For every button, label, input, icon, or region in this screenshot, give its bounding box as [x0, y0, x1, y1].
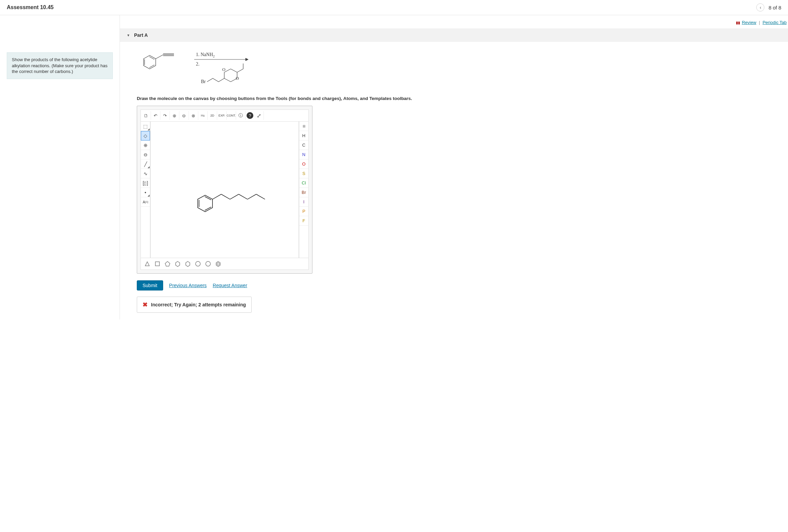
svg-line-18: [221, 194, 230, 199]
editor-atom-toolbar: ⊞ H C N O S Cl Br I P F: [299, 122, 308, 258]
action-row: Submit Previous Answers Request Answer: [137, 280, 781, 291]
heptagon-template[interactable]: [194, 260, 202, 268]
previous-answers-link[interactable]: Previous Answers: [169, 283, 207, 288]
svg-point-28: [196, 261, 200, 266]
svg-line-21: [248, 194, 256, 199]
svg-line-2: [149, 57, 154, 60]
atom-I[interactable]: I: [299, 197, 308, 207]
br-label: Br: [201, 79, 206, 84]
pentagon-template[interactable]: [164, 260, 171, 268]
sidebar: Show the products of the following acety…: [0, 15, 120, 319]
svg-line-20: [239, 194, 248, 199]
periodic-table-link[interactable]: Periodic Tab: [763, 20, 787, 25]
oxygen-label-2: O: [236, 76, 239, 81]
svg-point-29: [206, 261, 211, 266]
help-icon[interactable]: ?: [247, 112, 253, 119]
zoom-out-icon[interactable]: ⊖: [179, 111, 189, 120]
eraser-tool[interactable]: ◇: [141, 131, 150, 140]
atom-F[interactable]: F: [299, 216, 308, 225]
reagent-step2: 2.: [196, 61, 200, 66]
editor-left-toolbar: ⬚ ◇ ⊕ ⊖ ╱ ∿ [▯] • A[1]: [141, 122, 150, 258]
svg-point-31: [217, 263, 219, 265]
editor-top-toolbar: 🗋 ↶ ↷ ⊕ ⊖ ⊗ H± 2D EXP. CONT. ⓘ ? ⤢: [140, 110, 309, 121]
chain-tool[interactable]: ∿: [141, 169, 150, 178]
atom-S[interactable]: S: [299, 169, 308, 178]
atom-Br[interactable]: Br: [299, 188, 308, 197]
svg-line-4: [156, 55, 163, 59]
header-bar: Assessment 10.45 ‹ 8 of 8: [0, 0, 788, 15]
draw-instruction: Draw the molecule on the canvas by choos…: [137, 96, 781, 101]
zoom-fit-icon[interactable]: ⊗: [189, 111, 198, 120]
incorrect-icon: ✖: [142, 301, 147, 309]
radical-tool[interactable]: •: [141, 188, 150, 197]
single-bond-tool[interactable]: ╱: [141, 159, 150, 169]
undo-icon[interactable]: ↶: [151, 111, 160, 120]
info-icon[interactable]: ⓘ: [236, 111, 245, 120]
atom-O[interactable]: O: [299, 159, 308, 169]
atom-N[interactable]: N: [299, 150, 308, 159]
add-charge-tool[interactable]: ⊕: [141, 140, 150, 150]
svg-text:1. NaNH2: 1. NaNH2: [196, 52, 215, 58]
bracket-tool[interactable]: [▯]: [141, 178, 150, 188]
oxygen-label-1: O: [222, 67, 225, 72]
review-flag-icon: ▮▮: [736, 21, 740, 25]
part-header[interactable]: ▼ Part A: [120, 28, 788, 42]
redo-icon[interactable]: ↷: [160, 111, 170, 120]
atom-P[interactable]: P: [299, 207, 308, 216]
feedback-text: Incorrect; Try Again; 2 attempts remaini…: [151, 302, 246, 308]
contract-button[interactable]: CONT.: [226, 111, 236, 120]
assessment-title: Assessment 10.45: [7, 4, 54, 11]
hydrogen-toggle-button[interactable]: H±: [198, 111, 208, 120]
nav-controls: ‹ 8 of 8: [756, 3, 781, 12]
submit-button[interactable]: Submit: [137, 280, 163, 291]
editor-bottom-toolbar: [140, 258, 309, 270]
svg-marker-27: [186, 261, 190, 267]
part-label: Part A: [134, 33, 148, 38]
page-indicator: 8 of 8: [768, 5, 781, 11]
atom-H[interactable]: H: [299, 131, 308, 140]
svg-marker-13: [198, 195, 213, 212]
expand-button[interactable]: EXP.: [217, 111, 226, 120]
remove-charge-tool[interactable]: ⊖: [141, 150, 150, 159]
svg-marker-9: [245, 58, 248, 61]
svg-marker-23: [145, 262, 149, 266]
view-2d-button[interactable]: 2D: [208, 111, 217, 120]
request-answer-link[interactable]: Request Answer: [213, 283, 247, 288]
reaction-figure: 1. NaNH2 2. Br O O: [137, 48, 781, 89]
reagent-step1: 1. NaNH: [196, 52, 213, 57]
svg-line-17: [213, 194, 221, 199]
atom-Cl[interactable]: Cl: [299, 178, 308, 188]
svg-line-22: [256, 194, 265, 199]
svg-line-19: [230, 194, 239, 199]
drawing-canvas[interactable]: [150, 122, 299, 258]
svg-marker-26: [176, 261, 180, 267]
svg-marker-0: [143, 55, 156, 69]
collapse-icon: ▼: [127, 34, 130, 37]
new-document-icon[interactable]: 🗋: [141, 111, 151, 120]
prev-question-button[interactable]: ‹: [756, 3, 764, 12]
fullscreen-icon[interactable]: ⤢: [254, 111, 264, 120]
svg-rect-24: [155, 262, 159, 266]
svg-line-3: [149, 65, 154, 68]
content-area: ▮▮ Review | Periodic Tab ▼ Part A: [120, 15, 788, 319]
feedback-box: ✖ Incorrect; Try Again; 2 attempts remai…: [137, 297, 252, 313]
square-template[interactable]: [154, 260, 161, 268]
hexagon2-template[interactable]: [184, 260, 192, 268]
review-bar: ▮▮ Review | Periodic Tab: [120, 20, 788, 28]
atom-label-tool[interactable]: A[1]: [141, 197, 150, 207]
svg-marker-25: [165, 261, 170, 266]
select-tool[interactable]: ⬚: [141, 122, 150, 131]
atom-C[interactable]: C: [299, 140, 308, 150]
periodic-table-icon[interactable]: ⊞: [299, 122, 308, 131]
svg-line-11: [237, 69, 243, 72]
molecule-editor: 🗋 ↶ ↷ ⊕ ⊖ ⊗ H± 2D EXP. CONT. ⓘ ? ⤢ ⬚: [137, 106, 312, 274]
hexagon-template[interactable]: [174, 260, 181, 268]
benzene-template[interactable]: [215, 260, 222, 268]
octagon-template[interactable]: [204, 260, 212, 268]
triangle-template[interactable]: [143, 260, 151, 268]
question-prompt: Show the products of the following acety…: [7, 52, 113, 79]
review-link[interactable]: Review: [742, 20, 756, 25]
zoom-in-icon[interactable]: ⊕: [170, 111, 179, 120]
